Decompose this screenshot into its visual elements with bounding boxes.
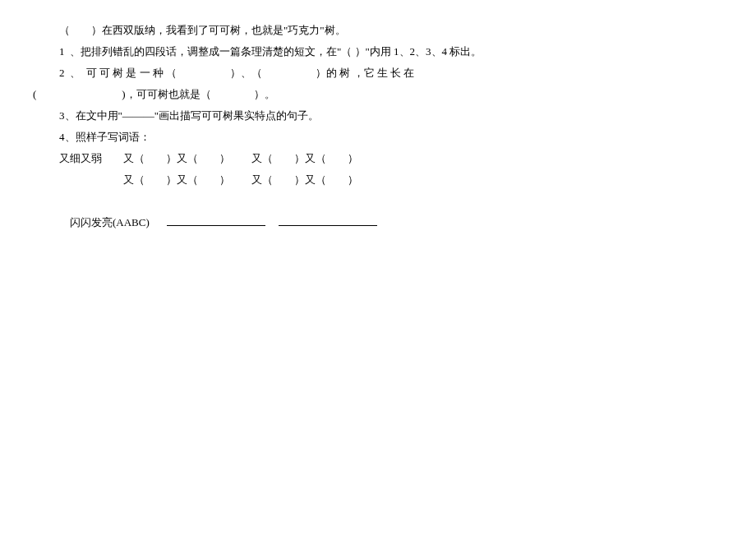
question-4-example-b: 又（ ）又（ ） 又（ ）又（ ） [33, 169, 723, 191]
question-4-example-a: 又细又弱 又（ ）又（ ） 又（ ）又（ ） [33, 148, 723, 169]
page-root: （ ）在西双版纳，我看到了可可树，也就是"巧克力"树。 1 、把排列错乱的四段话… [0, 0, 756, 255]
question-4: 4、照样子写词语： [33, 127, 723, 148]
paragraph-intro: （ ）在西双版纳，我看到了可可树，也就是"巧克力"树。 [33, 20, 723, 41]
aabc-prefix: 闪闪发亮(AABC) [70, 216, 160, 228]
question-1: 1 、把排列错乱的四段话，调整成一篇条理清楚的短文，在"（ ）"内用 1、2、3… [33, 41, 723, 62]
blank-line-1[interactable] [167, 214, 265, 226]
blank-line-2[interactable] [279, 214, 377, 226]
question-2-line1: 2 、 可 可 树 是 一 种 （ ）、（ ）的 树 ，它 生 长 在 [33, 62, 723, 84]
question-4-aabc: 闪闪发亮(AABC) [33, 191, 723, 255]
question-2-line2: ( )，可可树也就是（ ）。 [33, 84, 723, 105]
question-3: 3、在文中用"———"画出描写可可树果实特点的句子。 [33, 105, 723, 127]
